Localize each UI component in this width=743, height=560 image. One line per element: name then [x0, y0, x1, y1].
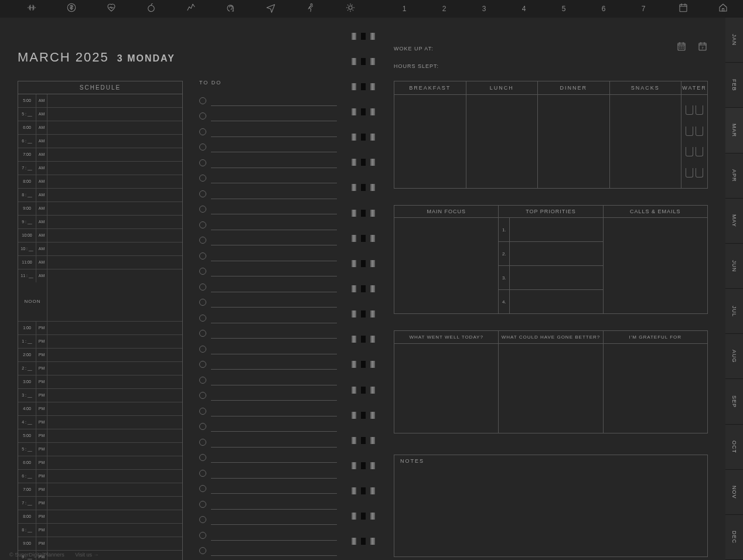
- schedule-row[interactable]: 11 : __AM: [18, 269, 182, 282]
- activity-icon[interactable]: [291, 2, 330, 15]
- todo-row[interactable]: [199, 152, 337, 168]
- todo-row[interactable]: [199, 448, 337, 463]
- checkbox-circle-icon[interactable]: [199, 361, 206, 368]
- checkbox-circle-icon[interactable]: [199, 346, 206, 353]
- todo-row[interactable]: [199, 245, 337, 261]
- todo-row[interactable]: [199, 323, 337, 339]
- home-icon[interactable]: [703, 2, 743, 15]
- travel-icon[interactable]: [251, 2, 291, 15]
- schedule-row[interactable]: 8:00PM: [18, 510, 182, 524]
- water-glass-icon[interactable]: [686, 147, 693, 156]
- checkbox-circle-icon[interactable]: [199, 284, 206, 291]
- schedule-row[interactable]: 9:00AM: [18, 202, 182, 216]
- todo-row[interactable]: [199, 199, 337, 215]
- schedule-row[interactable]: 8:00AM: [18, 175, 182, 189]
- todo-row[interactable]: [199, 121, 337, 137]
- month-tab-sep[interactable]: SEP: [725, 379, 743, 424]
- month-tab-jul[interactable]: JUL: [725, 289, 743, 334]
- todo-row[interactable]: [199, 90, 337, 106]
- schedule-row[interactable]: 5:00PM: [18, 429, 182, 443]
- settings-icon[interactable]: [330, 2, 370, 15]
- mindfulness-icon[interactable]: [211, 2, 251, 15]
- checkbox-circle-icon[interactable]: [199, 485, 206, 492]
- woke-up-label[interactable]: WOKE UP AT:: [394, 46, 434, 52]
- checkbox-circle-icon[interactable]: [199, 190, 206, 197]
- focus-table[interactable]: MAIN FOCUS TOP PRIORITIES 1. 2. 3. 4. CA…: [394, 205, 708, 314]
- week-view-icon[interactable]: 7: [697, 41, 708, 54]
- schedule-row[interactable]: 6:00PM: [18, 456, 182, 470]
- checkbox-circle-icon[interactable]: [199, 97, 206, 104]
- day-2[interactable]: 2: [424, 5, 464, 13]
- checkbox-circle-icon[interactable]: [199, 392, 206, 399]
- todo-row[interactable]: [199, 432, 337, 448]
- meals-table[interactable]: BREAKFAST LUNCH DINNER SNACKS WATER: [394, 81, 708, 189]
- schedule-row[interactable]: 5:00AM: [18, 94, 182, 108]
- todo-row[interactable]: [199, 525, 337, 541]
- month-tab-dec[interactable]: DEC: [725, 515, 743, 560]
- day-6[interactable]: 6: [584, 5, 623, 13]
- todo-row[interactable]: [199, 214, 337, 230]
- checkbox-circle-icon[interactable]: [199, 299, 206, 306]
- todo-row[interactable]: [199, 230, 337, 246]
- day-1[interactable]: 1: [384, 5, 424, 13]
- schedule-row[interactable]: 9 : __AM: [18, 216, 182, 229]
- checkbox-circle-icon[interactable]: [199, 377, 206, 384]
- todo-row[interactable]: [199, 416, 337, 432]
- checkbox-circle-icon[interactable]: [199, 547, 206, 554]
- month-tab-jan[interactable]: JAN: [725, 18, 743, 63]
- water-glass-icon[interactable]: [696, 147, 703, 156]
- month-tab-oct[interactable]: OCT: [725, 425, 743, 470]
- schedule-row[interactable]: 7:00AM: [18, 148, 182, 162]
- schedule-row[interactable]: 8 : __AM: [18, 189, 182, 202]
- checkbox-circle-icon[interactable]: [199, 175, 206, 182]
- hours-slept-label[interactable]: HOURS SLEPT:: [394, 63, 439, 69]
- schedule-row[interactable]: 11:00AM: [18, 256, 182, 269]
- checkbox-circle-icon[interactable]: [199, 144, 206, 151]
- todo-row[interactable]: [199, 261, 337, 277]
- checkbox-circle-icon[interactable]: [199, 501, 206, 508]
- month-tab-may[interactable]: MAY: [725, 199, 743, 244]
- notes-box[interactable]: NOTES: [394, 455, 708, 557]
- schedule-row[interactable]: 4 : __PM: [18, 416, 182, 429]
- fitness-icon[interactable]: [12, 2, 52, 15]
- todo-row[interactable]: [199, 541, 337, 556]
- schedule-table[interactable]: SCHEDULE 5:00AM5 : __AM6:00AM6 : __AM7:0…: [18, 81, 183, 560]
- day-7[interactable]: 7: [623, 5, 663, 13]
- schedule-row[interactable]: 5 : __AM: [18, 108, 182, 121]
- todo-row[interactable]: [199, 168, 337, 184]
- checkbox-circle-icon[interactable]: [199, 315, 206, 322]
- water-glass-icon[interactable]: [686, 127, 693, 136]
- todo-row[interactable]: [199, 401, 337, 416]
- todo-row[interactable]: [199, 463, 337, 479]
- day-3[interactable]: 3: [464, 5, 504, 13]
- footer-link[interactable]: Visit us →: [75, 552, 98, 558]
- checkbox-circle-icon[interactable]: [199, 439, 206, 446]
- checkbox-circle-icon[interactable]: [199, 532, 206, 539]
- schedule-row[interactable]: 7 : __AM: [18, 162, 182, 175]
- todo-row[interactable]: [199, 183, 337, 199]
- productivity-icon[interactable]: [171, 2, 211, 15]
- reflection-table[interactable]: WHAT WENT WELL TODAY? WHAT COULD HAVE GO…: [394, 330, 708, 433]
- checkbox-circle-icon[interactable]: [199, 112, 206, 119]
- checkbox-circle-icon[interactable]: [199, 237, 206, 244]
- schedule-row[interactable]: 3 : __PM: [18, 389, 182, 402]
- finance-icon[interactable]: [52, 2, 91, 15]
- todo-row[interactable]: [199, 385, 337, 401]
- water-glass-icon[interactable]: [696, 168, 703, 177]
- month-tab-nov[interactable]: NOV: [725, 470, 743, 515]
- schedule-row[interactable]: 9:00PM: [18, 537, 182, 551]
- schedule-row[interactable]: 4:00PM: [18, 402, 182, 416]
- checkbox-circle-icon[interactable]: [199, 159, 206, 166]
- todo-row[interactable]: [199, 370, 337, 385]
- todo-row[interactable]: [199, 308, 337, 323]
- water-glass-icon[interactable]: [696, 127, 703, 136]
- checkbox-circle-icon[interactable]: [199, 470, 206, 477]
- checkbox-circle-icon[interactable]: [199, 268, 206, 275]
- month-tab-apr[interactable]: APR: [725, 153, 743, 199]
- month-tab-jun[interactable]: JUN: [725, 244, 743, 289]
- schedule-noon[interactable]: NOON: [18, 282, 182, 322]
- schedule-row[interactable]: 2 : __PM: [18, 362, 182, 375]
- todo-row[interactable]: [199, 510, 337, 525]
- checkbox-circle-icon[interactable]: [199, 408, 206, 415]
- month-view-icon[interactable]: [676, 41, 687, 54]
